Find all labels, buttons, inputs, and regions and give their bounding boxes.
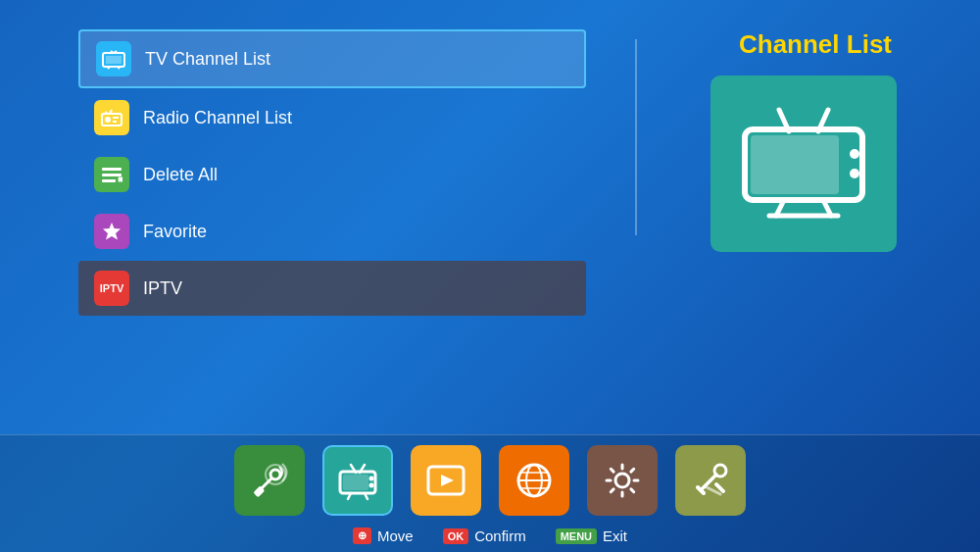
globe-icon xyxy=(513,459,556,502)
iptv-label: IPTV xyxy=(143,278,182,299)
svg-rect-8 xyxy=(113,117,119,119)
svg-point-36 xyxy=(369,483,374,488)
svg-marker-17 xyxy=(103,223,121,240)
svg-rect-21 xyxy=(751,135,839,194)
move-label: Move xyxy=(377,527,414,544)
control-confirm: OK Confirm xyxy=(443,527,526,544)
globe-button[interactable] xyxy=(499,445,569,516)
move-badge: ⊕ xyxy=(353,527,371,544)
radio-channel-label: Radio Channel List xyxy=(143,108,292,128)
tv-icon xyxy=(336,459,379,502)
satellite-button[interactable] xyxy=(234,445,305,516)
menu-list: TV Channel List Radio Ch xyxy=(78,29,586,316)
menu-item-iptv[interactable]: IPTV IPTV xyxy=(78,261,586,316)
svg-line-2 xyxy=(108,67,110,69)
channel-list-title: Channel List xyxy=(739,29,892,60)
menu-item-delete-all[interactable]: Delete All xyxy=(78,147,586,202)
svg-rect-9 xyxy=(113,121,117,123)
delete-all-label: Delete All xyxy=(143,165,218,185)
video-icon xyxy=(424,459,467,502)
satellite-icon xyxy=(248,459,291,502)
menu-item-favorite[interactable]: Favorite xyxy=(78,204,586,259)
settings-button[interactable] xyxy=(587,445,658,516)
tv-preview-box xyxy=(710,75,897,252)
gear-icon xyxy=(601,459,644,502)
control-exit: MENU Exit xyxy=(556,527,627,544)
bottom-icons xyxy=(234,445,746,516)
tools-icon xyxy=(689,459,732,502)
vertical-divider xyxy=(635,39,637,235)
radio-channel-icon xyxy=(94,100,129,135)
svg-point-22 xyxy=(850,149,859,159)
svg-point-35 xyxy=(369,477,374,481)
svg-rect-34 xyxy=(343,475,368,490)
delete-all-icon xyxy=(94,157,129,192)
svg-line-3 xyxy=(118,67,120,69)
svg-point-7 xyxy=(105,117,111,123)
tv-channel-label: TV Channel List xyxy=(145,49,270,70)
confirm-label: Confirm xyxy=(474,527,526,544)
tv-channel-icon xyxy=(96,41,131,76)
control-move: ⊕ Move xyxy=(353,527,414,544)
menu-item-radio-channel[interactable]: Radio Channel List xyxy=(78,90,586,145)
svg-rect-1 xyxy=(106,56,122,64)
menu-item-tv-channel[interactable]: TV Channel List xyxy=(78,29,586,88)
iptv-icon: IPTV xyxy=(94,271,129,306)
video-button[interactable] xyxy=(411,445,481,516)
favorite-icon xyxy=(94,214,129,249)
tv-large-icon xyxy=(735,100,872,227)
svg-point-48 xyxy=(714,465,726,477)
ok-badge: OK xyxy=(443,528,469,544)
svg-marker-40 xyxy=(441,475,454,486)
tools-button[interactable] xyxy=(675,445,746,516)
exit-label: Exit xyxy=(603,527,627,544)
favorite-label: Favorite xyxy=(143,222,207,242)
right-panel: Channel List xyxy=(686,29,921,415)
left-panel: TV Channel List Radio Ch xyxy=(78,29,586,415)
svg-line-51 xyxy=(716,484,723,491)
controls-row: ⊕ Move OK Confirm MENU Exit xyxy=(353,527,627,544)
svg-point-46 xyxy=(615,474,629,487)
svg-rect-12 xyxy=(102,168,122,171)
svg-line-10 xyxy=(105,112,107,114)
menu-badge: MENU xyxy=(556,528,597,544)
svg-rect-14 xyxy=(102,179,116,182)
svg-rect-13 xyxy=(102,174,122,176)
svg-point-23 xyxy=(850,169,859,178)
bottom-bar: ⊕ Move OK Confirm MENU Exit xyxy=(0,434,980,552)
tv-button[interactable] xyxy=(322,445,393,516)
content-area: TV Channel List Radio Ch xyxy=(0,0,980,434)
main-container: TV Channel List Radio Ch xyxy=(0,0,980,552)
